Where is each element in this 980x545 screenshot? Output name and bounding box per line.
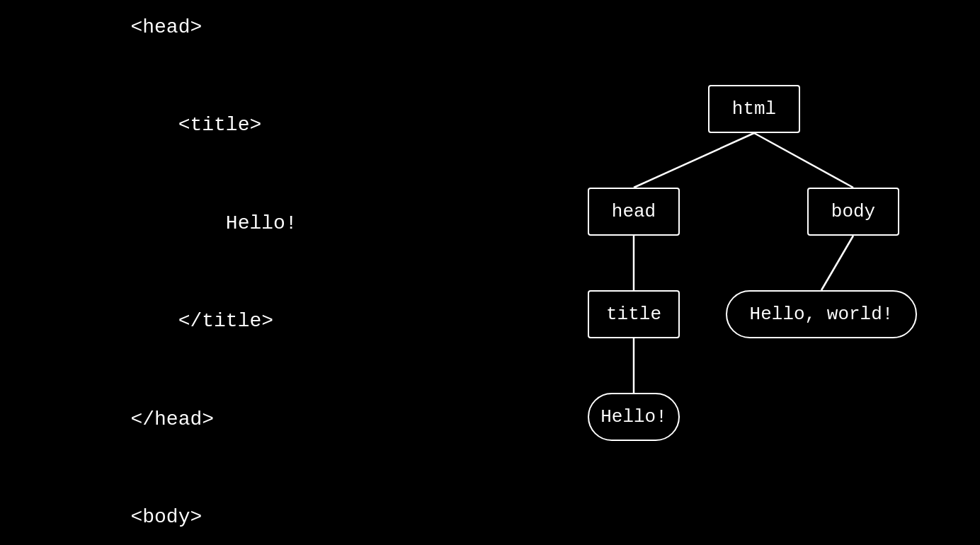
code-line-4: <head> — [83, 16, 202, 38]
main-content: <!DOCTYPE html> <html lang="en"> <head> … — [0, 0, 980, 545]
node-body: body — [807, 188, 899, 236]
tree-connectors — [397, 0, 980, 545]
svg-line-3 — [821, 236, 853, 290]
node-html: html — [708, 85, 800, 133]
code-line-7: </title> — [83, 310, 273, 332]
code-block: <!DOCTYPE html> <html lang="en"> <head> … — [0, 0, 397, 545]
code-line-8: </head> — [83, 408, 214, 430]
dom-tree-diagram: html head body title Hello, world! Hello… — [397, 0, 980, 545]
code-line-6: Hello! — [83, 212, 297, 234]
node-title: title — [588, 290, 680, 338]
code-line-9: <body> — [83, 506, 202, 528]
svg-line-0 — [634, 133, 754, 188]
node-head: head — [588, 188, 680, 236]
node-hello: Hello! — [588, 393, 680, 441]
node-hello-world: Hello, world! — [726, 290, 917, 338]
code-line-5: <title> — [83, 114, 261, 136]
svg-line-1 — [754, 133, 853, 188]
